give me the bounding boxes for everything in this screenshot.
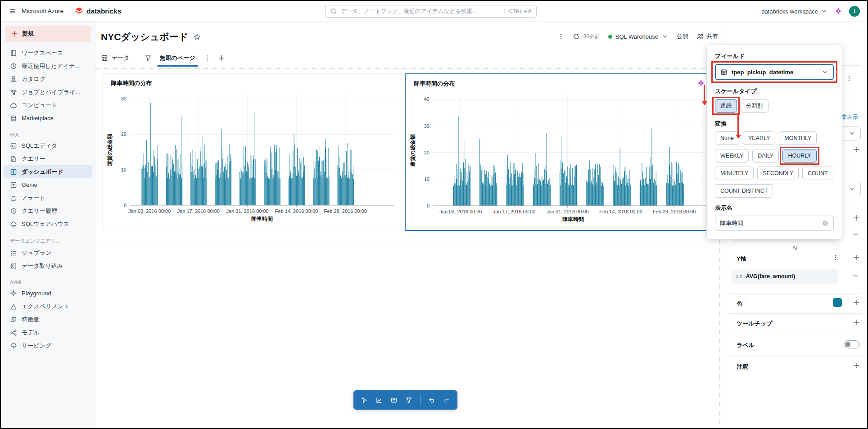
transform-option-hourly[interactable]: HOURLY — [782, 149, 816, 163]
y-axis-field-pill[interactable]: 1.2 AVG(fare_amount) — [731, 269, 838, 284]
sidebar-item--[interactable]: ダッシュボード — [4, 165, 92, 178]
y-axis-kebab-icon[interactable] — [832, 254, 839, 261]
warehouse-label: SQL Warehouse — [615, 33, 658, 40]
warehouse-status-dot — [608, 35, 612, 39]
svg-text:30: 30 — [121, 96, 127, 101]
series-color-swatch[interactable] — [833, 298, 842, 307]
favorite-star-icon[interactable] — [194, 33, 201, 41]
sidebar-item-label: 最近使用したアイテ... — [22, 62, 80, 70]
add-y-field-icon[interactable] — [853, 254, 860, 261]
sidebar-item-sql-[interactable]: SQLウェアハウス — [4, 217, 92, 230]
remove-y-field-icon[interactable] — [852, 272, 859, 280]
publish-button[interactable]: 公開 — [677, 32, 688, 41]
svg-text:0: 0 — [427, 203, 429, 208]
sidebar-item--[interactable]: ジョブラン — [4, 246, 92, 259]
sidebar-item--[interactable]: クエリー履歴 — [4, 204, 92, 217]
tab-divider — [137, 54, 137, 62]
new-button[interactable]: 新規 — [5, 26, 91, 42]
canvas-grid-dotline — [95, 240, 719, 240]
filter-icon[interactable] — [145, 54, 152, 62]
serving-icon — [10, 342, 17, 349]
warehouse-selector[interactable]: SQL Warehouse — [608, 33, 669, 40]
add-color-icon[interactable] — [853, 299, 860, 306]
databricks-logo[interactable]: databricks — [75, 7, 122, 15]
svg-text:10: 10 — [424, 176, 429, 182]
sidebar-item--[interactable]: ワークスペース — [4, 46, 92, 59]
scale-option-button[interactable]: 分類別 — [741, 99, 769, 113]
label-toggle[interactable] — [844, 340, 860, 348]
chevron-down-icon — [820, 8, 827, 15]
sidebar-item--[interactable]: サービング — [4, 339, 92, 352]
chart-widget-1[interactable]: 降車時間の分布 0102030Jan 03, 2016 00:00Jan 17,… — [102, 73, 402, 230]
tab-data[interactable]: データ — [101, 50, 130, 67]
transform-option-monthly[interactable]: MONTHLY — [779, 131, 817, 145]
select-cursor-tool[interactable] — [361, 397, 368, 404]
transform-option-minutely[interactable]: MINUTELY — [715, 167, 754, 180]
transform-option-count-distinct[interactable]: COUNT DISTINCT — [715, 184, 773, 198]
sidebar-item--[interactable]: ジョブとパイプライ... — [4, 86, 92, 99]
clear-icon[interactable] — [822, 220, 829, 227]
display-name-value: 降車時間 — [720, 219, 822, 227]
sidebar-item-genie[interactable]: Genie — [4, 178, 92, 191]
tab-kebab-icon[interactable] — [203, 54, 211, 62]
transform-option-weekly[interactable]: WEEKLY — [715, 149, 749, 163]
toolbar-divider — [420, 395, 420, 405]
refresh-icon[interactable] — [573, 33, 580, 40]
transform-option-secondly[interactable]: SECONDLY — [757, 167, 799, 180]
share-button[interactable]: 共有 — [696, 32, 718, 41]
sidebar-item--[interactable]: 最近使用したアイテ... — [4, 59, 92, 72]
add-page-icon[interactable] — [218, 54, 225, 62]
add-tooltip-icon[interactable] — [853, 319, 860, 326]
tooltip-label: ツールチップ — [737, 320, 773, 328]
field-select[interactable]: tpep_pickup_datetime — [715, 64, 834, 80]
calendar-icon — [720, 68, 728, 76]
sidebar-item-label: Marketplace — [22, 115, 54, 122]
chart-widget-2-selected[interactable]: 降車時間の分布 010203040Jan 03, 2016 00:00Jan 1… — [405, 73, 722, 231]
transform-option-count[interactable]: COUNT — [802, 167, 833, 180]
sidebar-item-sql-[interactable]: SQLエディタ — [4, 139, 92, 152]
svg-text:Jan 31, 2016 00:00: Jan 31, 2016 00:00 — [226, 208, 269, 214]
avatar[interactable]: I — [849, 6, 860, 17]
workspace-icon — [10, 50, 17, 57]
add-textbox-tool[interactable] — [390, 397, 398, 404]
assistant-sparkle-icon[interactable] — [835, 8, 842, 15]
transform-option-daily[interactable]: DAILY — [752, 149, 779, 163]
sidebar-item-marketplace[interactable]: Marketplace — [4, 112, 92, 125]
sidebar-item-playground[interactable]: Playground — [4, 287, 92, 300]
tab-page[interactable]: 無題のページ — [159, 50, 196, 67]
sidebar-item--[interactable]: データ取り込み — [4, 259, 92, 272]
add-annotation-icon[interactable] — [853, 362, 860, 369]
global-search-input[interactable]: データ、ノートブック、最近のアイテムなどを検索... CTRL + P — [325, 5, 537, 18]
sidebar-item--[interactable]: コンピュート — [4, 99, 92, 112]
sidebar-item--[interactable]: モデル — [4, 326, 92, 339]
field-value: tpep_pickup_datetime — [732, 69, 817, 76]
sidebar-item--[interactable]: エクスペリメント — [4, 300, 92, 313]
scale-option-selected[interactable]: 連続 — [715, 99, 737, 113]
workspace-switcher[interactable]: databricks-workspace — [761, 8, 827, 15]
svg-text:運賃の総金額: 運賃の総金額 — [410, 134, 416, 167]
add-filter-tool[interactable] — [405, 397, 412, 404]
sidebar-item--[interactable]: 特徴量 — [4, 313, 92, 326]
transform-option-yearly[interactable]: YEARLY — [743, 131, 775, 145]
new-button-label: 新規 — [22, 30, 34, 38]
sidebar-item--[interactable]: アラート — [4, 191, 92, 204]
panel-divider — [728, 357, 862, 357]
sidebar-item--[interactable]: クエリー — [4, 152, 92, 165]
hide-link[interactable]: 非表示 — [841, 113, 859, 121]
display-name-input[interactable]: 降車時間 — [715, 216, 834, 231]
refresh-age: 30分前 — [583, 33, 600, 41]
chevron-down-icon — [661, 33, 669, 40]
add-visualization-tool[interactable] — [375, 397, 383, 404]
redo-button[interactable] — [443, 397, 450, 404]
sidebar-item--[interactable]: カタログ — [4, 72, 92, 86]
undo-button[interactable] — [428, 397, 435, 404]
kebab-menu-icon[interactable] — [557, 33, 565, 40]
panel-add-icon[interactable] — [853, 146, 860, 153]
panel-add-icon[interactable] — [853, 214, 860, 221]
panel-kebab-icon[interactable] — [845, 75, 853, 82]
hamburger-menu-icon[interactable] — [9, 8, 16, 15]
page-title-row: NYCダッシュボード — [101, 31, 201, 43]
remove-x-field-icon[interactable] — [852, 230, 859, 238]
svg-text:運賃の総金額: 運賃の総金額 — [107, 134, 113, 167]
swap-axes-icon[interactable] — [791, 244, 799, 252]
